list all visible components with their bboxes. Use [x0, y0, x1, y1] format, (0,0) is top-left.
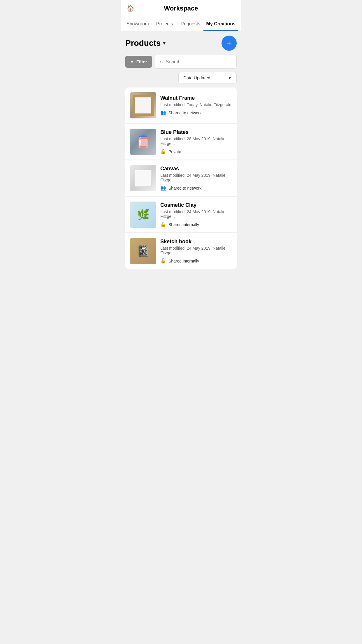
product-modified: Last modified: 24 May 2019, Natalie Fitz…	[160, 246, 232, 255]
search-input[interactable]	[166, 59, 232, 64]
product-modified: Last modified: 24 May 2019, Natalie Fitz…	[160, 209, 232, 219]
sort-arrow-icon: ▼	[228, 76, 232, 80]
list-item[interactable]: Canvas Last modified: 24 May 2019, Natal…	[125, 160, 237, 196]
page-title: Workspace	[164, 5, 198, 12]
products-dropdown-icon[interactable]: ▾	[163, 40, 166, 46]
product-name: Blue Plates	[160, 129, 232, 135]
product-modified: Last modified: 24 May 2019, Natalie Fitz…	[160, 173, 232, 182]
product-info: Walnut Frame Last modified: Today, Natal…	[160, 92, 232, 118]
product-name: Sketch book	[160, 239, 232, 245]
products-title-row: Products ▾	[125, 38, 166, 48]
product-thumbnail	[130, 202, 156, 228]
product-info: Blue Plates Last modified: 28 May 2019, …	[160, 129, 232, 155]
status-label: Private	[168, 149, 181, 154]
product-status: 👥 Shared to network	[160, 110, 232, 116]
sort-row: Date Updated ▼	[125, 72, 237, 83]
tab-showroom[interactable]: Showroom	[124, 17, 152, 31]
product-list: Walnut Frame Last modified: Today, Natal…	[125, 88, 237, 269]
product-status: 🔓 Shared internally	[160, 222, 232, 227]
tab-requests[interactable]: Requests	[178, 17, 203, 31]
status-label: Shared internally	[168, 222, 199, 227]
shared-network-icon: 👥	[160, 185, 166, 191]
products-title: Products	[125, 38, 161, 48]
product-thumbnail	[130, 165, 156, 191]
tab-projects[interactable]: Projects	[152, 17, 178, 31]
shared-network-icon: 👥	[160, 110, 166, 116]
product-status: 🔓 Shared internally	[160, 258, 232, 264]
product-modified: Last modified: 28 May 2019, Natalie Fitz…	[160, 136, 232, 146]
search-row: ▼ Filter ⌕	[125, 55, 237, 69]
product-modified: Last modified: Today, Natalie Fitzgerald	[160, 102, 232, 107]
list-item[interactable]: Sketch book Last modified: 24 May 2019, …	[125, 233, 237, 269]
tab-my-creations[interactable]: My Creations	[203, 17, 238, 31]
product-status: 👥 Shared to network	[160, 185, 232, 191]
product-thumbnail	[130, 129, 156, 155]
search-box: ⌕	[155, 55, 237, 69]
product-info: Canvas Last modified: 24 May 2019, Natal…	[160, 165, 232, 191]
product-info: Cosmetic Clay Last modified: 24 May 2019…	[160, 202, 232, 228]
product-thumbnail	[130, 238, 156, 264]
sort-dropdown[interactable]: Date Updated ▼	[178, 72, 237, 83]
sort-label: Date Updated	[183, 75, 210, 80]
status-label: Shared to network	[168, 111, 202, 115]
list-item[interactable]: Blue Plates Last modified: 28 May 2019, …	[125, 124, 237, 160]
lock-icon: 🔒	[160, 149, 166, 154]
status-label: Shared to network	[168, 186, 202, 190]
product-name: Canvas	[160, 166, 232, 172]
unlock-icon: 🔓	[160, 258, 166, 264]
product-thumbnail	[130, 92, 156, 118]
filter-label: Filter	[136, 59, 147, 64]
filter-icon: ▼	[130, 60, 134, 64]
product-info: Sketch book Last modified: 24 May 2019, …	[160, 238, 232, 264]
filter-button[interactable]: ▼ Filter	[125, 56, 152, 68]
list-item[interactable]: Cosmetic Clay Last modified: 24 May 2019…	[125, 197, 237, 233]
home-icon[interactable]: 🏠	[126, 5, 134, 12]
header: 🏠 Workspace	[121, 0, 241, 17]
status-label: Shared internally	[168, 259, 199, 263]
product-name: Walnut Frame	[160, 95, 232, 101]
add-product-button[interactable]: +	[222, 36, 237, 51]
product-name: Cosmetic Clay	[160, 202, 232, 208]
add-icon: +	[226, 39, 232, 48]
list-item[interactable]: Walnut Frame Last modified: Today, Natal…	[125, 88, 237, 123]
nav-tabs: Showroom Projects Requests My Creations	[121, 17, 241, 31]
products-header: Products ▾ +	[125, 36, 237, 51]
unlock-icon: 🔓	[160, 222, 166, 227]
search-icon: ⌕	[160, 59, 163, 65]
product-status: 🔒 Private	[160, 149, 232, 154]
main-content: Products ▾ + ▼ Filter ⌕ Date Updated ▼ W…	[121, 31, 241, 274]
